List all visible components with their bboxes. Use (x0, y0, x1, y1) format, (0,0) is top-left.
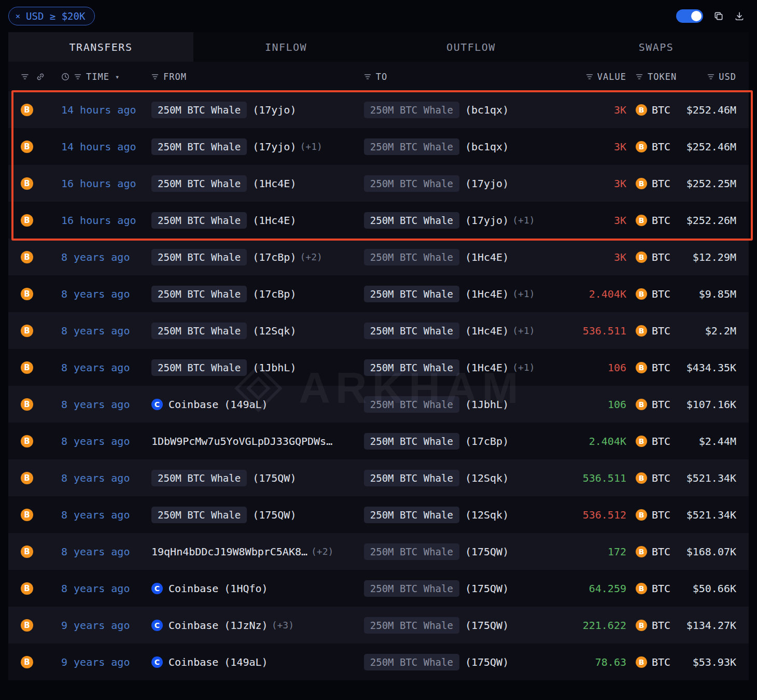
table-row[interactable]: B 8 years ago 250M BTC Whale(175QW) 250M… (8, 496, 749, 533)
copy-icon[interactable] (713, 11, 724, 21)
address-short[interactable]: (17cBp) (465, 435, 509, 447)
address-short[interactable]: (1JbhL) (253, 361, 296, 374)
tab-inflow[interactable]: INFLOW (193, 32, 378, 62)
row-time[interactable]: 14 hours ago (61, 141, 151, 153)
address-short[interactable]: (1JbhL) (465, 398, 509, 411)
entity-badge[interactable]: 250M BTC Whale (364, 617, 459, 634)
table-row[interactable]: B 16 hours ago 250M BTC Whale(1Hc4E) 250… (8, 165, 749, 202)
table-row[interactable]: B 14 hours ago 250M BTC Whale(17yjo)(+1)… (8, 128, 749, 165)
table-row[interactable]: B 8 years ago 250M BTC Whale(1JbhL) 250M… (8, 349, 749, 386)
entity-name[interactable]: Coinbase (169, 582, 218, 595)
address-short[interactable]: (175QW) (253, 509, 296, 521)
address-short[interactable]: (17cBp) (253, 288, 296, 300)
entity-badge[interactable]: 250M BTC Whale (151, 138, 247, 155)
entity-badge[interactable]: 250M BTC Whale (151, 359, 247, 376)
row-time[interactable]: 16 hours ago (61, 177, 151, 190)
table-row[interactable]: B 8 years ago 250M BTC Whale(12Sqk) 250M… (8, 312, 749, 349)
entity-badge[interactable]: 250M BTC Whale (151, 470, 247, 486)
filter-lines-icon[interactable] (21, 73, 29, 81)
entity-badge[interactable]: 250M BTC Whale (151, 286, 247, 302)
download-icon[interactable] (734, 11, 745, 21)
address-short[interactable]: (175QW) (465, 545, 509, 558)
entity-badge[interactable]: 250M BTC Whale (364, 580, 459, 597)
row-time[interactable]: 9 years ago (61, 656, 151, 668)
address-short[interactable]: (1Hc4E) (253, 177, 296, 190)
filter-icon[interactable] (364, 73, 371, 80)
table-row[interactable]: B 9 years ago CCoinbase(1JzNz)(+3) 250M … (8, 607, 749, 643)
table-row[interactable]: B 8 years ago 250M BTC Whale(175QW) 250M… (8, 459, 749, 496)
entity-name[interactable]: Coinbase (169, 619, 218, 632)
entity-badge[interactable]: 250M BTC Whale (151, 102, 247, 118)
address-short[interactable]: (17yjo) (253, 141, 296, 153)
toggle-switch[interactable] (676, 9, 703, 23)
entity-badge[interactable]: 250M BTC Whale (364, 212, 459, 229)
table-row[interactable]: B 8 years ago 250M BTC Whale(17cBp)(+2) … (8, 239, 749, 275)
table-row[interactable]: B 8 years ago CCoinbase(149aL) 250M BTC … (8, 386, 749, 423)
entity-badge[interactable]: 250M BTC Whale (151, 249, 247, 265)
address-text[interactable]: 19qHn4bDDcJ19W8WbprC5AK8… (151, 545, 307, 558)
address-short[interactable]: (bc1qx) (465, 141, 509, 153)
link-icon[interactable] (36, 73, 45, 81)
filter-icon[interactable] (707, 73, 714, 80)
row-time[interactable]: 8 years ago (61, 398, 151, 411)
address-short[interactable]: (1HQfo) (224, 582, 268, 595)
tab-transfers[interactable]: TRANSFERS (8, 32, 193, 62)
address-short[interactable]: (17yjo) (253, 104, 296, 116)
address-short[interactable]: (17cBp) (253, 251, 296, 263)
header-value[interactable]: VALUE (566, 72, 626, 82)
row-time[interactable]: 9 years ago (61, 619, 151, 632)
table-row[interactable]: B 16 hours ago 250M BTC Whale(1Hc4E) 250… (8, 202, 749, 239)
address-short[interactable]: (1Hc4E) (465, 288, 509, 300)
address-short[interactable]: (1Hc4E) (465, 325, 509, 337)
row-time[interactable]: 8 years ago (61, 361, 151, 374)
entity-badge[interactable]: 250M BTC Whale (364, 433, 459, 450)
filter-icon[interactable] (151, 73, 159, 80)
row-time[interactable]: 8 years ago (61, 435, 151, 447)
row-time[interactable]: 8 years ago (61, 582, 151, 595)
usd-filter-chip[interactable]: ✕ USD ≥ $20K (8, 7, 95, 25)
address-short[interactable]: (12Sqk) (465, 472, 509, 484)
table-row[interactable]: B 8 years ago 19qHn4bDDcJ19W8WbprC5AK8…(… (8, 533, 749, 570)
entity-badge[interactable]: 250M BTC Whale (364, 470, 459, 486)
close-icon[interactable]: ✕ (16, 12, 20, 20)
address-short[interactable]: (17yjo) (465, 214, 509, 227)
address-short[interactable]: (12Sqk) (465, 509, 509, 521)
table-row[interactable]: B 14 hours ago 250M BTC Whale(17yjo) 250… (8, 91, 749, 128)
row-time[interactable]: 14 hours ago (61, 104, 151, 116)
entity-badge[interactable]: 250M BTC Whale (364, 323, 459, 339)
table-row[interactable]: B 8 years ago 250M BTC Whale(17cBp) 250M… (8, 275, 749, 312)
entity-badge[interactable]: 250M BTC Whale (364, 102, 459, 118)
entity-badge[interactable]: 250M BTC Whale (364, 396, 459, 413)
address-short[interactable]: (bc1qx) (465, 104, 509, 116)
address-short[interactable]: (175QW) (465, 582, 509, 595)
row-time[interactable]: 8 years ago (61, 545, 151, 558)
table-row[interactable]: B 8 years ago CCoinbase(1HQfo) 250M BTC … (8, 570, 749, 607)
entity-badge[interactable]: 250M BTC Whale (151, 212, 247, 229)
filter-icon[interactable] (636, 73, 643, 80)
address-short[interactable]: (149aL) (224, 656, 268, 668)
table-row[interactable]: B 8 years ago 1DbW9PcMw7u5YoVGLpDJ33GQPD… (8, 423, 749, 459)
address-short[interactable]: (1Hc4E) (465, 251, 509, 263)
row-time[interactable]: 8 years ago (61, 325, 151, 337)
entity-badge[interactable]: 250M BTC Whale (364, 359, 459, 376)
address-short[interactable]: (1Hc4E) (465, 361, 509, 374)
header-usd[interactable]: USD (682, 72, 736, 82)
address-short[interactable]: (17yjo) (465, 177, 509, 190)
entity-badge[interactable]: 250M BTC Whale (151, 323, 247, 339)
header-token[interactable]: TOKEN (626, 72, 682, 82)
entity-name[interactable]: Coinbase (169, 398, 218, 411)
address-short[interactable]: (12Sqk) (253, 325, 296, 337)
address-short[interactable]: (149aL) (224, 398, 268, 411)
address-short[interactable]: (175QW) (465, 619, 509, 632)
header-to[interactable]: TO (364, 72, 566, 82)
header-from[interactable]: FROM (151, 72, 364, 82)
filter-icon[interactable] (74, 73, 81, 80)
tab-swaps[interactable]: SWAPS (564, 32, 749, 62)
header-time[interactable]: TIME ▾ (61, 72, 151, 82)
row-time[interactable]: 8 years ago (61, 509, 151, 521)
address-short[interactable]: (175QW) (253, 472, 296, 484)
entity-badge[interactable]: 250M BTC Whale (364, 543, 459, 560)
entity-badge[interactable]: 250M BTC Whale (151, 175, 247, 192)
address-short[interactable]: (175QW) (465, 656, 509, 668)
address-short[interactable]: (1Hc4E) (253, 214, 296, 227)
